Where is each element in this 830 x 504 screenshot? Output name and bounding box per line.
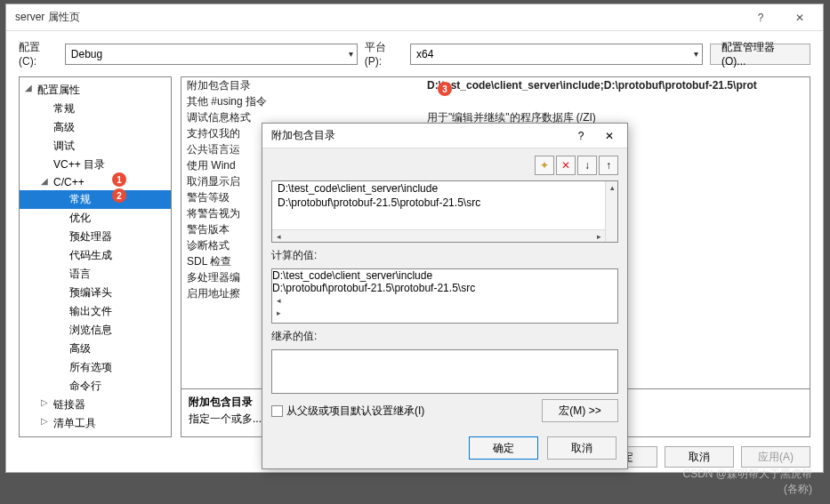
inherit-label: 继承的值: [271,329,618,344]
tree-item[interactable]: 输出文件 [20,302,171,321]
category-tree[interactable]: ◢配置属性 常规 高级 调试 VC++ 目录 ◢C/C++ 常规 优化 预处理器… [19,76,172,437]
tree-item[interactable]: 命令行 [20,377,171,396]
platform-value: x64 [416,48,433,60]
list-item: D:\test_code\client_server\include [272,269,617,282]
new-line-icon[interactable]: ✦ [535,156,554,175]
tree-item[interactable]: ▷XML 文档生成器 [20,433,171,437]
horizontal-scrollbar[interactable]: ◂▸ [272,294,617,319]
tree-item[interactable]: ▷链接器 [20,396,171,414]
paths-listbox[interactable]: D:\test_code\client_server\include D:\pr… [271,180,618,243]
chevron-down-icon: ▾ [349,49,353,59]
dialog-titlebar: 附加包含目录 ? ✕ [262,124,627,148]
move-up-icon[interactable]: ↑ [599,156,618,175]
window-title: server 属性页 [15,10,80,25]
dialog-title: 附加包含目录 [271,128,335,143]
move-down-icon[interactable]: ↓ [577,156,597,175]
tree-item[interactable]: 所有选项 [20,358,171,377]
dialog-footer: 确定 取消 [262,429,627,467]
config-value: Debug [71,48,102,60]
tree-item[interactable]: 代码生成 [20,246,171,265]
config-label: 配置(C): [19,40,58,68]
dialog-close-button[interactable]: ✕ [597,126,622,146]
tree-item[interactable]: 预处理器 [20,228,171,246]
tree-item-general[interactable]: 常规 [20,190,171,209]
list-item[interactable]: D:\test_code\client_server\include [272,181,617,196]
inherit-row: 从父级或项目默认设置继承(I) 宏(M) >> [271,399,618,422]
inherit-checkbox-label: 从父级或项目默认设置继承(I) [286,404,424,419]
platform-combo[interactable]: x64 ▾ [410,44,703,65]
annotation-2: 2 [112,188,126,203]
apply-button[interactable]: 应用(A) [741,446,810,468]
tree-item[interactable]: ▷清单工具 [20,414,171,433]
chevron-down-icon: ▾ [694,49,698,59]
annotation-3: 3 [438,82,452,96]
help-button[interactable]: ? [743,7,778,28]
platform-label: 平台(P): [365,40,403,68]
cancel-button[interactable]: 取消 [665,446,734,468]
tree-item[interactable]: 常规 [20,100,171,118]
list-toolbar: ✦ ✕ ↓ ↑ [271,156,618,175]
computed-listbox: D:\test_code\client_server\include D:\pr… [271,268,618,324]
config-toolbar: 配置(C): Debug ▾ 平台(P): x64 ▾ 配置管理器(O)... [6,31,823,76]
tree-item[interactable]: 调试 [20,137,171,156]
close-button[interactable]: ✕ [782,7,818,28]
titlebar: server 属性页 ? ✕ [6,4,823,31]
horizontal-scrollbar[interactable]: ◂▸ [272,229,605,242]
dialog-cancel-button[interactable]: 取消 [547,436,616,460]
tree-item[interactable]: 优化 [20,209,171,228]
tree-item[interactable]: VC++ 目录 [20,156,171,174]
tree-root[interactable]: ◢配置属性 [20,81,171,100]
config-manager-button[interactable]: 配置管理器(O)... [710,44,810,65]
config-combo[interactable]: Debug ▾ [65,44,358,65]
tree-item[interactable]: 预编译头 [20,284,171,302]
dialog-body: ✦ ✕ ↓ ↑ D:\test_code\client_server\inclu… [262,148,627,429]
tree-item[interactable]: 高级 [20,340,171,358]
inherit-checkbox[interactable]: 从父级或项目默认设置继承(I) [271,404,424,419]
delete-icon[interactable]: ✕ [556,156,576,175]
dialog-ok-button[interactable]: 确定 [469,436,538,460]
tree-item[interactable]: 浏览信息 [20,321,171,340]
tree-item[interactable]: 高级 [20,118,171,137]
window-controls: ? ✕ [743,7,818,28]
dialog-help-button[interactable]: ? [568,126,593,146]
annotation-1: 1 [112,172,126,187]
list-item: D:\protobuf\protobuf-21.5\protobuf-21.5\… [272,282,617,294]
macros-button[interactable]: 宏(M) >> [542,399,618,422]
tree-cpp[interactable]: ◢C/C++ [20,174,171,190]
checkbox-icon [271,405,283,417]
computed-label: 计算的值: [271,248,618,263]
include-dirs-dialog: 附加包含目录 ? ✕ ✦ ✕ ↓ ↑ D:\test_code\client_s… [262,123,628,469]
inherited-listbox [271,349,618,394]
tree-item[interactable]: 语言 [20,265,171,284]
prop-row[interactable]: 附加包含目录D:\test_code\client_server\include… [181,77,810,93]
list-item[interactable]: D:\protobuf\protobuf-21.5\protobuf-21.5\… [272,196,617,210]
prop-row[interactable]: 其他 #using 指令 [181,93,810,109]
vertical-scrollbar[interactable]: ▴ [605,181,617,242]
